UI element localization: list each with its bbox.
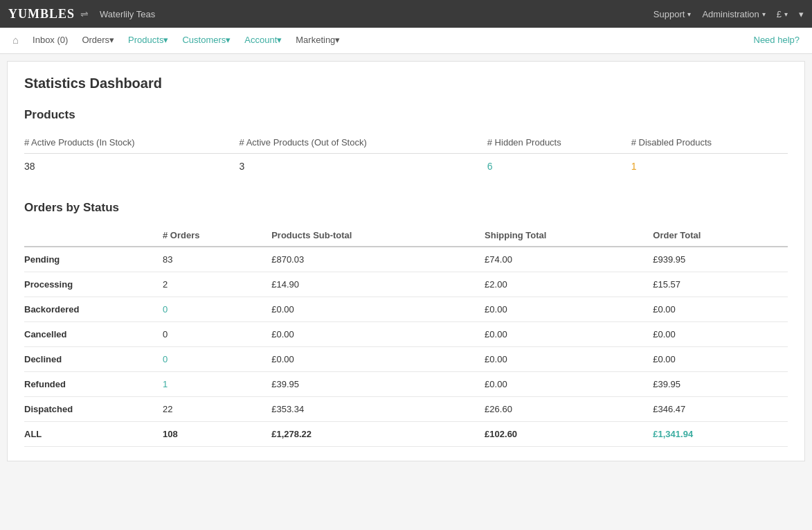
nav-account[interactable]: Account ▾ bbox=[237, 28, 289, 54]
order-count-cell: 0 bbox=[163, 322, 271, 347]
need-help-link[interactable]: Need help? bbox=[747, 28, 807, 54]
order-shipping-cell: £26.60 bbox=[485, 397, 653, 422]
order-total-cell: £39.95 bbox=[653, 372, 788, 397]
nav-home[interactable]: ⌂ bbox=[6, 28, 26, 54]
orders-table-row: Backordered0£0.00£0.00£0.00 bbox=[24, 297, 788, 322]
hidden-value[interactable]: 6 bbox=[487, 154, 631, 179]
store-name: Waterlily Teas bbox=[100, 9, 653, 19]
logo: YUMBLES bbox=[8, 7, 75, 21]
order-status-cell: Cancelled bbox=[24, 322, 163, 347]
user-icon: ▾ bbox=[799, 9, 804, 19]
page-title: Statistics Dashboard bbox=[24, 76, 788, 91]
order-subtotal-cell: £0.00 bbox=[271, 347, 485, 372]
orders-section-heading: Orders by Status bbox=[24, 201, 788, 215]
administration-link[interactable]: Administration ▾ bbox=[702, 9, 765, 19]
order-total-cell: £346.47 bbox=[653, 397, 788, 422]
active-out-stock-value: 3 bbox=[240, 154, 487, 179]
nav-inbox[interactable]: Inbox (0) bbox=[26, 28, 75, 54]
orders-table-row: ALL108£1,278.22£102.60£1,341.94 bbox=[24, 422, 788, 447]
orders-table: # Orders Products Sub-total Shipping Tot… bbox=[24, 224, 788, 447]
order-status-cell: ALL bbox=[24, 422, 163, 447]
secondary-nav: ⌂ Inbox (0) Orders ▾ Products ▾ Customer… bbox=[0, 28, 812, 54]
currency-dropdown-arrow: ▾ bbox=[784, 10, 788, 18]
order-total-cell: £15.57 bbox=[653, 272, 788, 297]
top-bar: YUMBLES ⇌ Waterlily Teas Support ▾ Admin… bbox=[0, 0, 812, 28]
order-subtotal-cell: £39.95 bbox=[271, 372, 485, 397]
currency-link[interactable]: £ ▾ bbox=[777, 9, 788, 19]
orders-table-row: Refunded1£39.95£0.00£39.95 bbox=[24, 372, 788, 397]
products-section: Products # Active Products (In Stock) # … bbox=[24, 108, 788, 179]
order-count-cell: 108 bbox=[163, 422, 271, 447]
marketing-dropdown-arrow: ▾ bbox=[335, 35, 340, 45]
order-count-cell[interactable]: 1 bbox=[163, 372, 271, 397]
order-subtotal-cell: £14.90 bbox=[271, 272, 485, 297]
orders-table-row: Declined0£0.00£0.00£0.00 bbox=[24, 347, 788, 372]
order-total-cell: £939.95 bbox=[653, 247, 788, 272]
user-link[interactable]: ▾ bbox=[799, 9, 804, 19]
nav-products[interactable]: Products ▾ bbox=[121, 28, 175, 54]
products-col-active-out-stock: # Active Products (Out of Stock) bbox=[240, 132, 487, 154]
order-status-cell: Dispatched bbox=[24, 397, 163, 422]
order-subtotal-cell: £0.00 bbox=[271, 322, 485, 347]
orders-col-count: # Orders bbox=[163, 224, 271, 247]
order-status-cell: Processing bbox=[24, 272, 163, 297]
products-col-active-in-stock: # Active Products (In Stock) bbox=[24, 132, 240, 154]
order-subtotal-cell: £870.03 bbox=[271, 247, 485, 272]
order-count-cell[interactable]: 0 bbox=[163, 297, 271, 322]
products-col-disabled: # Disabled Products bbox=[631, 132, 788, 154]
customers-dropdown-arrow: ▾ bbox=[226, 35, 231, 45]
nav-orders[interactable]: Orders ▾ bbox=[75, 28, 121, 54]
orders-table-row: Cancelled0£0.00£0.00£0.00 bbox=[24, 322, 788, 347]
order-total-cell: £0.00 bbox=[653, 347, 788, 372]
order-count-cell: 22 bbox=[163, 397, 271, 422]
orders-col-subtotal: Products Sub-total bbox=[271, 224, 485, 247]
order-total-cell[interactable]: £1,341.94 bbox=[653, 422, 788, 447]
nav-customers[interactable]: Customers ▾ bbox=[175, 28, 237, 54]
nav-marketing[interactable]: Marketing ▾ bbox=[289, 28, 347, 54]
products-dropdown-arrow: ▾ bbox=[163, 35, 168, 45]
main-content: Statistics Dashboard Products # Active P… bbox=[7, 61, 805, 461]
products-col-hidden: # Hidden Products bbox=[487, 132, 631, 154]
order-subtotal-cell: £353.34 bbox=[271, 397, 485, 422]
orders-dropdown-arrow: ▾ bbox=[109, 35, 114, 45]
order-total-cell: £0.00 bbox=[653, 297, 788, 322]
order-status-cell: Refunded bbox=[24, 372, 163, 397]
support-link[interactable]: Support ▾ bbox=[653, 9, 692, 19]
order-count-cell[interactable]: 0 bbox=[163, 347, 271, 372]
products-data-row: 38 3 6 1 bbox=[24, 154, 788, 179]
order-shipping-cell: £0.00 bbox=[485, 322, 653, 347]
order-shipping-cell: £0.00 bbox=[485, 347, 653, 372]
order-shipping-cell: £0.00 bbox=[485, 297, 653, 322]
account-dropdown-arrow: ▾ bbox=[277, 35, 282, 45]
order-subtotal-cell: £1,278.22 bbox=[271, 422, 485, 447]
order-shipping-cell: £0.00 bbox=[485, 372, 653, 397]
order-status-cell: Backordered bbox=[24, 297, 163, 322]
top-bar-right: Support ▾ Administration ▾ £ ▾ ▾ bbox=[653, 9, 804, 19]
support-dropdown-arrow: ▾ bbox=[687, 10, 691, 18]
orders-table-row: Pending83£870.03£74.00£939.95 bbox=[24, 247, 788, 272]
order-status-cell: Pending bbox=[24, 247, 163, 272]
orders-table-row: Dispatched22£353.34£26.60£346.47 bbox=[24, 397, 788, 422]
order-total-cell: £0.00 bbox=[653, 322, 788, 347]
order-shipping-cell: £102.60 bbox=[485, 422, 653, 447]
admin-dropdown-arrow: ▾ bbox=[762, 10, 766, 18]
order-count-cell: 83 bbox=[163, 247, 271, 272]
orders-col-total: Order Total bbox=[653, 224, 788, 247]
order-shipping-cell: £74.00 bbox=[485, 247, 653, 272]
disabled-value[interactable]: 1 bbox=[631, 154, 788, 179]
products-table: # Active Products (In Stock) # Active Pr… bbox=[24, 132, 788, 179]
order-shipping-cell: £2.00 bbox=[485, 272, 653, 297]
orders-col-status bbox=[24, 224, 163, 247]
order-subtotal-cell: £0.00 bbox=[271, 297, 485, 322]
logo-arrow: ⇌ bbox=[80, 8, 89, 19]
active-in-stock-value: 38 bbox=[24, 154, 240, 179]
orders-table-row: Processing2£14.90£2.00£15.57 bbox=[24, 272, 788, 297]
orders-section: Orders by Status # Orders Products Sub-t… bbox=[24, 201, 788, 447]
order-count-cell: 2 bbox=[163, 272, 271, 297]
orders-col-shipping: Shipping Total bbox=[485, 224, 653, 247]
order-status-cell: Declined bbox=[24, 347, 163, 372]
products-section-heading: Products bbox=[24, 108, 788, 122]
